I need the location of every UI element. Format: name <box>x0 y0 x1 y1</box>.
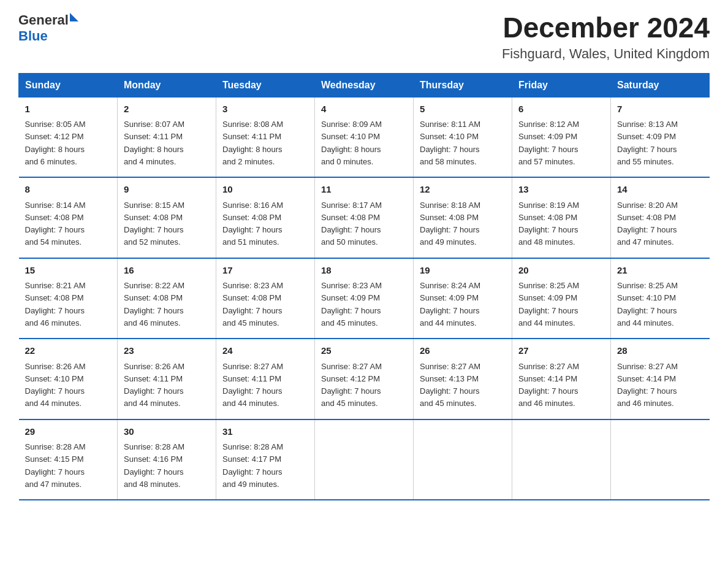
calendar-cell: 14Sunrise: 8:20 AM Sunset: 4:08 PM Dayli… <box>611 177 710 258</box>
day-info: Sunrise: 8:27 AM Sunset: 4:13 PM Dayligh… <box>420 362 480 408</box>
logo-general: General <box>18 12 69 28</box>
day-number: 17 <box>222 264 308 278</box>
location-title: Fishguard, Wales, United Kingdom <box>502 46 710 62</box>
calendar-cell: 1Sunrise: 8:05 AM Sunset: 4:12 PM Daylig… <box>19 97 118 177</box>
day-number: 31 <box>222 425 308 439</box>
calendar-cell: 24Sunrise: 8:27 AM Sunset: 4:11 PM Dayli… <box>216 339 315 419</box>
day-info: Sunrise: 8:16 AM Sunset: 4:08 PM Dayligh… <box>222 201 283 247</box>
day-number: 4 <box>321 102 407 117</box>
calendar-cell: 4Sunrise: 8:09 AM Sunset: 4:10 PM Daylig… <box>315 97 414 177</box>
logo: General Blue <box>18 12 78 44</box>
logo-triangle-icon <box>70 13 78 21</box>
day-info: Sunrise: 8:21 AM Sunset: 4:08 PM Dayligh… <box>25 281 86 327</box>
day-number: 7 <box>617 102 703 117</box>
calendar-cell: 29Sunrise: 8:28 AM Sunset: 4:15 PM Dayli… <box>19 419 118 500</box>
calendar-cell <box>414 419 512 500</box>
day-info: Sunrise: 8:27 AM Sunset: 4:14 PM Dayligh… <box>617 362 678 408</box>
day-info: Sunrise: 8:23 AM Sunset: 4:08 PM Dayligh… <box>222 281 283 327</box>
day-number: 24 <box>222 344 308 358</box>
calendar-week-row: 22Sunrise: 8:26 AM Sunset: 4:10 PM Dayli… <box>19 339 710 419</box>
day-number: 10 <box>222 183 308 197</box>
day-number: 13 <box>518 183 604 197</box>
day-info: Sunrise: 8:09 AM Sunset: 4:10 PM Dayligh… <box>321 120 382 166</box>
day-number: 20 <box>518 264 604 278</box>
title-block: December 2024 Fishguard, Wales, United K… <box>502 12 710 62</box>
day-number: 27 <box>518 344 604 358</box>
calendar-cell: 7Sunrise: 8:13 AM Sunset: 4:09 PM Daylig… <box>611 97 710 177</box>
day-number: 18 <box>321 264 407 278</box>
day-number: 25 <box>321 344 407 358</box>
column-header-tuesday: Tuesday <box>216 73 315 97</box>
day-number: 21 <box>617 264 703 278</box>
calendar-cell: 31Sunrise: 8:28 AM Sunset: 4:17 PM Dayli… <box>216 419 315 500</box>
day-info: Sunrise: 8:28 AM Sunset: 4:15 PM Dayligh… <box>25 442 86 489</box>
calendar-cell: 15Sunrise: 8:21 AM Sunset: 4:08 PM Dayli… <box>19 258 118 339</box>
day-info: Sunrise: 8:27 AM Sunset: 4:12 PM Dayligh… <box>321 362 382 408</box>
calendar-cell: 27Sunrise: 8:27 AM Sunset: 4:14 PM Dayli… <box>512 339 611 419</box>
calendar-cell: 19Sunrise: 8:24 AM Sunset: 4:09 PM Dayli… <box>414 258 512 339</box>
column-header-wednesday: Wednesday <box>315 73 414 97</box>
day-info: Sunrise: 8:12 AM Sunset: 4:09 PM Dayligh… <box>518 120 579 166</box>
column-header-thursday: Thursday <box>414 73 512 97</box>
calendar-cell: 6Sunrise: 8:12 AM Sunset: 4:09 PM Daylig… <box>512 97 611 177</box>
calendar-cell: 28Sunrise: 8:27 AM Sunset: 4:14 PM Dayli… <box>611 339 710 419</box>
day-number: 23 <box>124 344 210 358</box>
calendar-week-row: 1Sunrise: 8:05 AM Sunset: 4:12 PM Daylig… <box>19 97 710 177</box>
calendar-cell: 23Sunrise: 8:26 AM Sunset: 4:11 PM Dayli… <box>118 339 216 419</box>
calendar-cell: 30Sunrise: 8:28 AM Sunset: 4:16 PM Dayli… <box>118 419 216 500</box>
calendar-cell <box>315 419 414 500</box>
calendar-cell: 9Sunrise: 8:15 AM Sunset: 4:08 PM Daylig… <box>118 177 216 258</box>
day-number: 9 <box>124 183 210 197</box>
day-info: Sunrise: 8:22 AM Sunset: 4:08 PM Dayligh… <box>124 281 184 327</box>
day-number: 28 <box>617 344 703 358</box>
day-info: Sunrise: 8:27 AM Sunset: 4:11 PM Dayligh… <box>222 362 283 408</box>
calendar-header-row: SundayMondayTuesdayWednesdayThursdayFrid… <box>19 73 710 97</box>
day-info: Sunrise: 8:14 AM Sunset: 4:08 PM Dayligh… <box>25 201 86 247</box>
day-number: 19 <box>420 264 506 278</box>
day-info: Sunrise: 8:15 AM Sunset: 4:08 PM Dayligh… <box>124 201 184 247</box>
column-header-friday: Friday <box>512 73 611 97</box>
day-number: 3 <box>222 102 308 117</box>
day-info: Sunrise: 8:26 AM Sunset: 4:11 PM Dayligh… <box>124 362 184 408</box>
calendar-week-row: 29Sunrise: 8:28 AM Sunset: 4:15 PM Dayli… <box>19 419 710 500</box>
month-title: December 2024 <box>502 12 710 44</box>
calendar-cell: 20Sunrise: 8:25 AM Sunset: 4:09 PM Dayli… <box>512 258 611 339</box>
day-info: Sunrise: 8:25 AM Sunset: 4:09 PM Dayligh… <box>518 281 579 327</box>
calendar-week-row: 8Sunrise: 8:14 AM Sunset: 4:08 PM Daylig… <box>19 177 710 258</box>
calendar-cell: 8Sunrise: 8:14 AM Sunset: 4:08 PM Daylig… <box>19 177 118 258</box>
day-info: Sunrise: 8:24 AM Sunset: 4:09 PM Dayligh… <box>420 281 480 327</box>
day-info: Sunrise: 8:19 AM Sunset: 4:08 PM Dayligh… <box>518 201 579 247</box>
day-info: Sunrise: 8:27 AM Sunset: 4:14 PM Dayligh… <box>518 362 579 408</box>
page-header: General Blue December 2024 Fishguard, Wa… <box>18 12 710 62</box>
day-info: Sunrise: 8:13 AM Sunset: 4:09 PM Dayligh… <box>617 120 678 166</box>
day-number: 15 <box>25 264 112 278</box>
calendar-cell: 10Sunrise: 8:16 AM Sunset: 4:08 PM Dayli… <box>216 177 315 258</box>
calendar-cell: 21Sunrise: 8:25 AM Sunset: 4:10 PM Dayli… <box>611 258 710 339</box>
calendar-cell: 26Sunrise: 8:27 AM Sunset: 4:13 PM Dayli… <box>414 339 512 419</box>
column-header-sunday: Sunday <box>19 73 118 97</box>
column-header-monday: Monday <box>118 73 216 97</box>
calendar-table: SundayMondayTuesdayWednesdayThursdayFrid… <box>18 73 710 501</box>
calendar-cell: 12Sunrise: 8:18 AM Sunset: 4:08 PM Dayli… <box>414 177 512 258</box>
day-number: 6 <box>518 102 604 117</box>
calendar-cell <box>611 419 710 500</box>
day-number: 8 <box>25 183 112 197</box>
day-number: 14 <box>617 183 703 197</box>
day-info: Sunrise: 8:28 AM Sunset: 4:16 PM Dayligh… <box>124 442 184 489</box>
day-info: Sunrise: 8:05 AM Sunset: 4:12 PM Dayligh… <box>25 120 86 166</box>
calendar-cell: 13Sunrise: 8:19 AM Sunset: 4:08 PM Dayli… <box>512 177 611 258</box>
day-number: 29 <box>25 425 112 439</box>
calendar-cell: 22Sunrise: 8:26 AM Sunset: 4:10 PM Dayli… <box>19 339 118 419</box>
calendar-cell <box>512 419 611 500</box>
calendar-cell: 16Sunrise: 8:22 AM Sunset: 4:08 PM Dayli… <box>118 258 216 339</box>
day-info: Sunrise: 8:18 AM Sunset: 4:08 PM Dayligh… <box>420 201 480 247</box>
day-info: Sunrise: 8:08 AM Sunset: 4:11 PM Dayligh… <box>222 120 283 166</box>
calendar-cell: 18Sunrise: 8:23 AM Sunset: 4:09 PM Dayli… <box>315 258 414 339</box>
day-number: 5 <box>420 102 506 117</box>
day-info: Sunrise: 8:26 AM Sunset: 4:10 PM Dayligh… <box>25 362 86 408</box>
calendar-cell: 25Sunrise: 8:27 AM Sunset: 4:12 PM Dayli… <box>315 339 414 419</box>
logo-blue: Blue <box>18 28 78 44</box>
day-info: Sunrise: 8:25 AM Sunset: 4:10 PM Dayligh… <box>617 281 678 327</box>
calendar-cell: 5Sunrise: 8:11 AM Sunset: 4:10 PM Daylig… <box>414 97 512 177</box>
day-info: Sunrise: 8:28 AM Sunset: 4:17 PM Dayligh… <box>222 442 283 489</box>
